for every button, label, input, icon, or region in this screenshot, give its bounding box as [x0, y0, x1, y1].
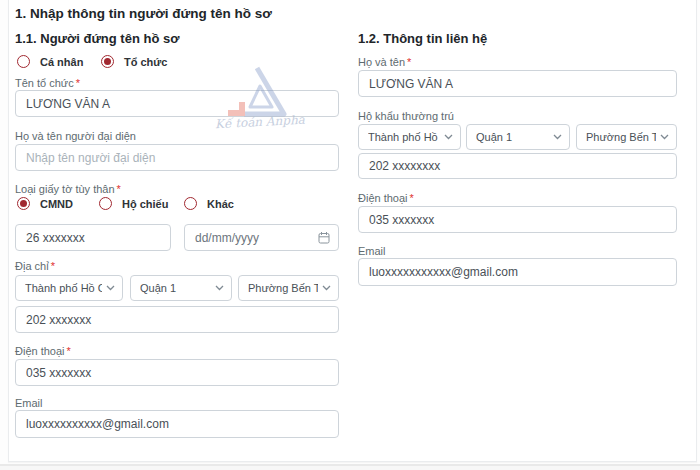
section-owner-heading: 1.1. Người đứng tên hồ sơ [15, 31, 179, 46]
id-issue-date-field[interactable] [184, 224, 339, 251]
page-title: 1. Nhập thông tin người đứng tên hồ sơ [15, 6, 272, 21]
contact-name-label: Họ và tên* [358, 56, 411, 68]
phone-input[interactable] [15, 359, 339, 386]
rep-name-label: Họ và tên người đại diện [15, 130, 136, 142]
email-input[interactable] [15, 410, 339, 438]
radio-selected-icon [17, 197, 30, 210]
radio-label: Hộ chiếu [122, 198, 168, 210]
org-name-label: Tên tổ chức* [15, 77, 80, 89]
residence-label: Hộ khẩu thường trú [358, 110, 454, 122]
radio-icon [17, 55, 30, 68]
calendar-icon[interactable] [318, 231, 330, 244]
radio-option-khac[interactable]: Khác [184, 197, 234, 210]
contact-phone-label: Điện thoại* [358, 192, 414, 204]
chevron-down-icon [660, 134, 669, 140]
rep-name-input[interactable] [15, 144, 339, 171]
radio-label: Khác [207, 198, 234, 210]
section-contact-heading: 1.2. Thông tin liên hệ [358, 31, 487, 46]
radio-icon [99, 197, 112, 210]
address-street-input[interactable] [15, 306, 339, 333]
radio-option-cmnd[interactable]: CMND [17, 197, 73, 210]
contact-email-input[interactable] [358, 258, 677, 286]
chevron-down-icon [106, 285, 115, 291]
radio-selected-icon [101, 55, 114, 68]
required-asterisk: * [410, 192, 414, 204]
radio-label: CMND [40, 198, 73, 210]
chevron-down-icon [553, 134, 562, 140]
chevron-down-icon [215, 285, 224, 291]
radio-label: Tổ chức [124, 56, 167, 68]
required-asterisk: * [76, 77, 80, 89]
bottom-margin [0, 466, 700, 470]
required-asterisk: * [407, 56, 411, 68]
contact-email-label: Email [358, 245, 386, 257]
address-ward-select[interactable]: Phường Bến Thành [238, 275, 339, 301]
email-label: Email [15, 397, 43, 409]
residence-street-input[interactable] [358, 153, 677, 179]
id-number-input[interactable] [15, 224, 171, 251]
chevron-down-icon [322, 285, 331, 291]
residence-ward-select[interactable]: Phường Bến Thành [576, 124, 677, 150]
chevron-down-icon [444, 134, 453, 140]
phone-label: Điện thoại* [15, 345, 71, 357]
required-asterisk: * [67, 345, 71, 357]
id-type-label: Loại giấy tờ tùy thân* [15, 183, 121, 195]
address-district-select[interactable]: Quận 1 [130, 275, 232, 301]
org-name-input[interactable] [15, 90, 339, 117]
contact-phone-input[interactable] [358, 206, 677, 233]
residence-district-select[interactable]: Quận 1 [466, 124, 570, 150]
residence-city-select[interactable]: Thành phố Hồ Chí Mi [358, 124, 461, 150]
radio-label: Cá nhân [40, 56, 83, 68]
id-issue-date-input[interactable] [195, 231, 318, 245]
radio-option-ca-nhan[interactable]: Cá nhân [17, 55, 83, 68]
address-city-select[interactable]: Thành phố Hồ Chí M [15, 275, 123, 301]
contact-name-input[interactable] [358, 70, 677, 97]
form-page: 1. Nhập thông tin người đứng tên hồ sơ 1… [0, 0, 700, 470]
required-asterisk: * [117, 183, 121, 195]
radio-option-ho-chieu[interactable]: Hộ chiếu [99, 197, 168, 210]
address-label: Địa chỉ* [15, 260, 55, 272]
radio-option-to-chuc[interactable]: Tổ chức [101, 55, 167, 68]
required-asterisk: * [51, 260, 55, 272]
radio-icon [184, 197, 197, 210]
